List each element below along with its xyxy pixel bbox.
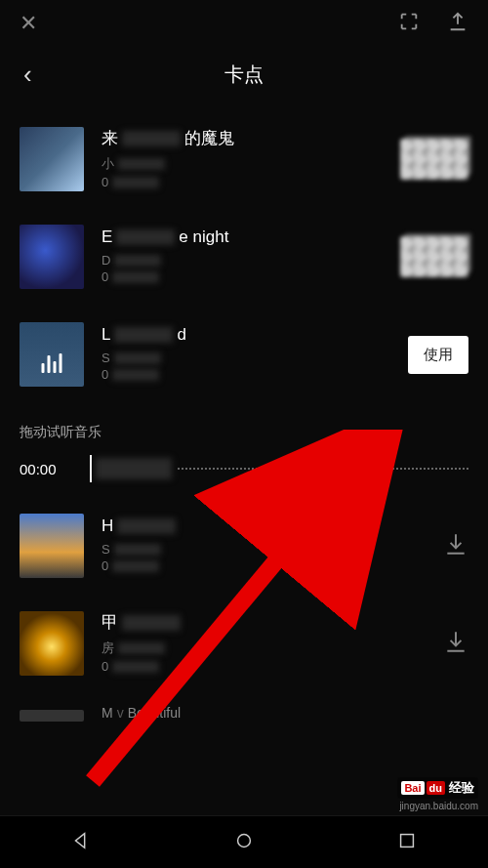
- album-art: [20, 127, 84, 191]
- album-art: [20, 322, 84, 387]
- track-info: 来的魔鬼 小 0: [84, 127, 388, 191]
- nav-home-icon[interactable]: [233, 830, 255, 855]
- download-icon[interactable]: [443, 629, 468, 658]
- track-row[interactable]: H S 0: [20, 510, 468, 582]
- track-info: Ee night D 0: [84, 227, 388, 286]
- track-row[interactable]: 来的魔鬼 小 0: [20, 123, 468, 195]
- scrub-track[interactable]: [90, 455, 468, 482]
- track-row[interactable]: Mv Beautiful: [20, 705, 468, 726]
- header: ‹ 卡点: [0, 47, 488, 102]
- top-bar: ✕: [0, 0, 488, 47]
- nav-recent-icon[interactable]: [396, 830, 418, 855]
- track-row-selected[interactable]: Ld S 0 使用: [20, 318, 468, 391]
- album-art: [20, 225, 84, 289]
- scrub-handle[interactable]: [90, 455, 92, 482]
- close-icon[interactable]: ✕: [20, 11, 37, 36]
- track-list-2: H S 0 甲 房 0 Mv Beautiful: [0, 510, 488, 726]
- back-icon[interactable]: ‹: [23, 60, 32, 90]
- track-action[interactable]: [400, 139, 468, 180]
- watermark: Baidu 经验 jingyan.baidu.com: [397, 777, 478, 811]
- album-art: [20, 611, 84, 676]
- track-action[interactable]: [400, 236, 468, 277]
- upload-icon[interactable]: [447, 11, 468, 36]
- album-art: [20, 710, 84, 722]
- track-info: H S 0: [84, 517, 431, 575]
- track-info: Mv Beautiful: [84, 705, 468, 726]
- album-art: [20, 514, 84, 578]
- download-icon[interactable]: [443, 531, 468, 560]
- page-title: 卡点: [224, 62, 264, 88]
- svg-point-1: [238, 834, 251, 847]
- track-row[interactable]: Ee night D 0: [20, 221, 468, 293]
- svg-rect-2: [400, 834, 413, 847]
- scrub-time: 00:00: [20, 461, 74, 477]
- playing-indicator: [42, 353, 62, 373]
- nav-back-icon[interactable]: [70, 830, 92, 855]
- scrub-row: 00:00: [0, 455, 488, 510]
- track-row[interactable]: 甲 房 0: [20, 607, 468, 680]
- track-info: 甲 房 0: [84, 611, 431, 676]
- android-nav: [0, 815, 488, 868]
- use-button[interactable]: 使用: [408, 336, 468, 374]
- scrub-label: 拖动试听音乐: [0, 416, 488, 455]
- expand-icon[interactable]: [398, 11, 420, 36]
- track-list: 来的魔鬼 小 0 Ee night D 0 Ld S 0 使用: [0, 102, 488, 391]
- track-info: Ld S 0: [84, 325, 396, 384]
